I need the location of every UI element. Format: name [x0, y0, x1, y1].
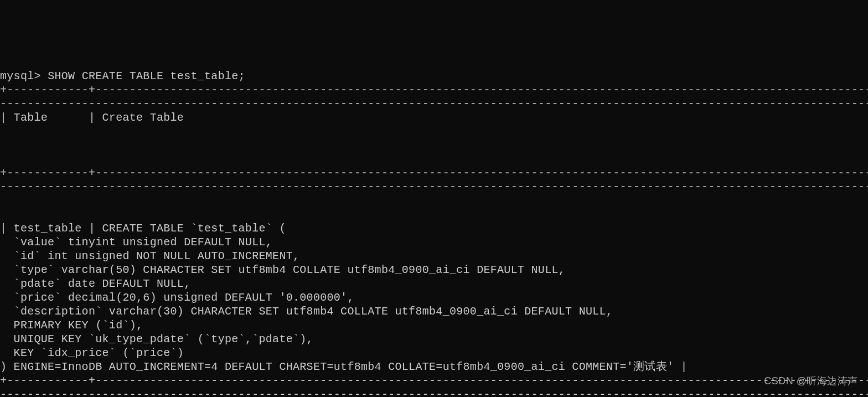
watermark: CSDN @听海边涛声: [764, 375, 858, 388]
table-border-bot-1: +------------+--------------------------…: [0, 374, 868, 387]
table-border-bot-2: ----------------------------------------…: [0, 388, 868, 397]
create-table-line-3: `id` int unsigned NOT NULL AUTO_INCREMEN…: [0, 250, 299, 262]
mysql-terminal[interactable]: mysql> SHOW CREATE TABLE test_table; +--…: [0, 55, 868, 397]
create-table-line-6: `price` decimal(20,6) unsigned DEFAULT '…: [0, 291, 354, 304]
create-table-line-5: `pdate` date DEFAULT NULL,: [0, 277, 190, 290]
table-border-mid-1: +------------+--------------------------…: [0, 167, 868, 179]
prompt: mysql>: [0, 70, 48, 83]
table-header-spacer: |: [0, 153, 868, 166]
create-table-line-11: ) ENGINE=InnoDB AUTO_INCREMENT=4 DEFAULT…: [0, 360, 688, 373]
prompt-line: mysql> SHOW CREATE TABLE test_table;: [0, 70, 245, 83]
table-border-top-2: ----------------------------------------…: [0, 97, 868, 110]
create-table-line-4: `type` varchar(50) CHARACTER SET utf8mb4…: [0, 264, 565, 276]
create-table-line-9: UNIQUE KEY `uk_type_pdate` (`type`,`pdat…: [0, 333, 313, 346]
command: SHOW CREATE TABLE test_table;: [48, 70, 245, 83]
create-table-line-10: KEY `idx_price` (`price`): [0, 347, 184, 359]
create-table-line-1: | test_table | CREATE TABLE `test_table`…: [0, 222, 286, 235]
table-header-row: | Table | Create Table: [0, 111, 184, 124]
create-table-line-8: PRIMARY KEY (`id`),: [0, 319, 143, 332]
table-border-mid-2: ----------------------------------------…: [0, 181, 868, 193]
table-border-top-1: +------------+--------------------------…: [0, 84, 868, 96]
create-table-line-7: `description` varchar(30) CHARACTER SET …: [0, 305, 613, 318]
create-table-line-2: `value` tinyint unsigned DEFAULT NULL,: [0, 236, 272, 249]
